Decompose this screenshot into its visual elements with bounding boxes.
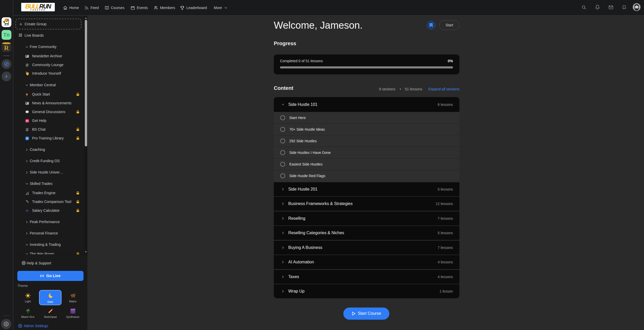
- svg-text:SOS: SOS: [26, 120, 29, 122]
